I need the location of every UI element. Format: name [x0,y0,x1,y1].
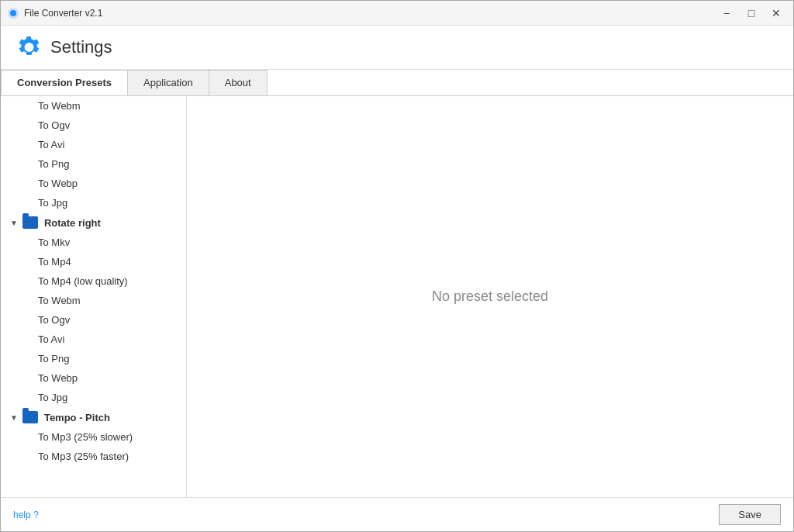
settings-title: Settings [50,37,112,57]
header: Settings [1,26,793,70]
list-item[interactable]: To Avi [1,135,186,154]
title-bar: File Converter v2.1 − □ ✕ [1,1,793,26]
list-item[interactable]: To Jpg [1,193,186,212]
gear-icon [16,35,41,60]
list-item[interactable]: To Ogv [1,116,186,135]
tabs-bar: Conversion Presets Application About [1,70,793,96]
group-rotate-right[interactable]: ▼ Rotate right [1,212,186,233]
list-item[interactable]: To Webp [1,368,186,388]
main-content: To Webm To Ogv To Avi To Png To Webp To … [1,96,793,497]
list-item[interactable]: To Avi [1,330,186,349]
list-item[interactable]: To Png [1,349,186,368]
title-bar-left: File Converter v2.1 [7,7,102,19]
list-item[interactable]: To Jpg [1,388,186,407]
list-item[interactable]: To Mp3 (25% faster) [1,447,186,466]
tab-application[interactable]: Application [127,70,209,95]
maximize-button[interactable]: □ [740,5,762,21]
tab-conversion-presets[interactable]: Conversion Presets [1,70,128,95]
list-item[interactable]: To Mkv [1,233,186,252]
main-window: File Converter v2.1 − □ ✕ Settings Conve… [0,0,794,532]
list-item[interactable]: To Webm [1,96,186,116]
folder-icon [22,216,38,229]
list-item[interactable]: To Mp4 [1,252,186,271]
footer: help ? Save [1,497,793,531]
arrow-icon: ▼ [10,219,18,227]
svg-point-1 [10,10,16,16]
group-tempo-pitch[interactable]: ▼ Tempo - Pitch [1,407,186,427]
minimize-button[interactable]: − [716,5,737,21]
no-preset-label: No preset selected [432,288,548,305]
tab-about[interactable]: About [209,70,268,95]
help-link[interactable]: help ? [13,510,39,520]
list-item[interactable]: To Png [1,154,186,174]
close-button[interactable]: ✕ [765,5,787,21]
list-item[interactable]: To Ogv [1,310,186,330]
title-bar-title: File Converter v2.1 [24,8,102,19]
arrow-icon: ▼ [10,413,18,422]
list-item[interactable]: To Webm [1,291,186,310]
sidebar[interactable]: To Webm To Ogv To Avi To Png To Webp To … [1,96,187,497]
list-item[interactable]: To Mp3 (25% slower) [1,427,186,447]
list-item[interactable]: To Mp4 (low quality) [1,271,186,291]
list-item[interactable]: To Webp [1,174,186,193]
save-button[interactable]: Save [719,504,781,525]
title-bar-controls: − □ ✕ [716,5,787,21]
folder-icon [22,411,38,423]
app-icon [7,7,19,19]
content-area: No preset selected [187,96,793,497]
